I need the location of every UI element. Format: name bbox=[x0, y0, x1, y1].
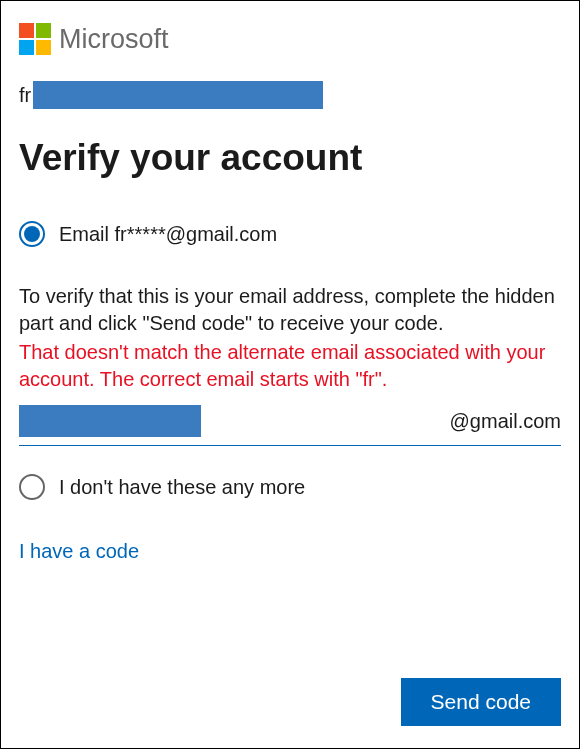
dialog-frame: Microsoft fr Verify your account Email f… bbox=[0, 0, 580, 749]
radio-option-none[interactable]: I don't have these any more bbox=[19, 474, 561, 500]
radio-none-label: I don't have these any more bbox=[59, 476, 305, 499]
error-text: That doesn't match the alternate email a… bbox=[19, 339, 561, 393]
send-code-button[interactable]: Send code bbox=[401, 678, 561, 726]
radio-email-label: Email fr*****@gmail.com bbox=[59, 223, 277, 246]
brand-name: Microsoft bbox=[59, 24, 169, 55]
account-redacted-block bbox=[33, 81, 323, 109]
radio-icon bbox=[19, 474, 45, 500]
radio-option-email[interactable]: Email fr*****@gmail.com bbox=[19, 221, 561, 247]
account-identifier: fr bbox=[19, 81, 561, 109]
radio-icon bbox=[19, 221, 45, 247]
email-input-redacted[interactable] bbox=[19, 405, 201, 437]
instruction-text: To verify that this is your email addres… bbox=[19, 283, 561, 337]
brand-row: Microsoft bbox=[19, 23, 561, 55]
microsoft-logo-icon bbox=[19, 23, 51, 55]
email-domain-suffix: @gmail.com bbox=[450, 410, 561, 433]
have-code-link[interactable]: I have a code bbox=[19, 540, 561, 563]
page-title: Verify your account bbox=[19, 137, 561, 179]
email-input-row[interactable]: @gmail.com bbox=[19, 405, 561, 446]
button-row: Send code bbox=[401, 678, 561, 726]
account-prefix: fr bbox=[19, 84, 31, 107]
